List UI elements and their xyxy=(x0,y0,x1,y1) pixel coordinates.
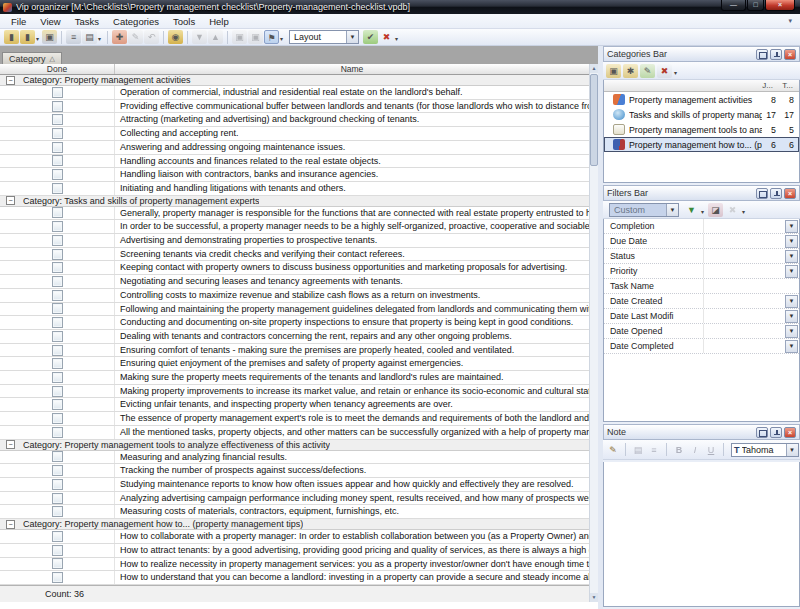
bold-button[interactable]: B xyxy=(672,443,686,457)
table-row[interactable]: Negotiating and securing leases and tena… xyxy=(0,275,589,289)
category-tree-item[interactable]: Tasks and skills of property management … xyxy=(604,107,799,122)
done-checkbox[interactable] xyxy=(52,290,63,301)
table-row[interactable]: How to realize necessity in property man… xyxy=(0,558,589,572)
panel-pin-button[interactable] xyxy=(770,427,782,438)
done-checkbox[interactable] xyxy=(52,399,63,410)
new-item-menu-icon[interactable]: ▮ xyxy=(20,30,35,44)
collapse-icon[interactable]: − xyxy=(6,196,15,205)
add-subcategory-icon[interactable]: ✱ xyxy=(623,64,638,78)
done-checkbox[interactable] xyxy=(52,276,63,287)
view-notes-icon[interactable]: ◉ xyxy=(168,30,183,44)
task-name-cell[interactable]: Making property improvements to increase… xyxy=(115,385,589,398)
task-name-cell[interactable]: Providing effective communicational buff… xyxy=(115,100,589,113)
task-name-cell[interactable]: Handling liaison with contractors, banks… xyxy=(115,168,589,181)
task-name-cell[interactable]: Keeping contact with property owners to … xyxy=(115,261,589,274)
delete-filter-icon[interactable]: ✖ xyxy=(725,203,740,217)
print-group-more-arrow[interactable]: ▾ xyxy=(98,33,103,45)
table-row[interactable]: Following and maintaining the property m… xyxy=(0,303,589,317)
filter-more-arrow[interactable]: ▾ xyxy=(701,206,706,218)
done-checkbox[interactable] xyxy=(52,345,63,356)
filter-dropdown-icon[interactable]: ▼ xyxy=(785,250,798,263)
scrollbar-thumb[interactable] xyxy=(590,74,598,166)
task-name-cell[interactable]: In order to be successful, a property ma… xyxy=(115,220,589,233)
indent-icon[interactable]: ▣ xyxy=(232,30,247,44)
panel-maximize-button[interactable] xyxy=(756,49,768,60)
table-row[interactable]: Analyzing advertising campaign performan… xyxy=(0,492,589,506)
task-name-cell[interactable]: Studying maintenance reports to know how… xyxy=(115,478,589,491)
add-category-icon[interactable]: ▣ xyxy=(606,64,621,78)
menu-item-file[interactable]: File xyxy=(4,15,33,28)
task-name-cell[interactable]: Attracting (marketing and advertising) a… xyxy=(115,113,589,126)
table-row[interactable]: Making sure the property meets requireme… xyxy=(0,371,589,385)
task-name-cell[interactable]: Evicting unfair tenants, and inspecting … xyxy=(115,398,589,411)
panel-close-button[interactable]: × xyxy=(784,188,796,199)
done-checkbox[interactable] xyxy=(52,451,63,462)
table-row[interactable]: Operation of commercial, industrial and … xyxy=(0,86,589,100)
table-row[interactable]: Keeping contact with property owners to … xyxy=(0,261,589,275)
task-name-cell[interactable]: Ensuring comfort of tenants - making sur… xyxy=(115,344,589,357)
done-checkbox[interactable] xyxy=(52,221,63,232)
done-checkbox[interactable] xyxy=(52,372,63,383)
table-row[interactable]: Measuring costs of materials, contractor… xyxy=(0,505,589,519)
menu-item-help[interactable]: Help xyxy=(202,15,236,28)
table-row[interactable]: Screening tenants via credit checks and … xyxy=(0,248,589,262)
done-checkbox[interactable] xyxy=(52,558,63,569)
done-checkbox[interactable] xyxy=(52,128,63,139)
table-row[interactable]: How to collaborate with a property manag… xyxy=(0,530,589,544)
task-name-cell[interactable]: Analyzing advertising campaign performan… xyxy=(115,492,589,505)
done-checkbox[interactable] xyxy=(52,235,63,246)
table-row[interactable]: Handling accounts and finances related t… xyxy=(0,155,589,169)
table-row[interactable]: Initiating and handling litigations with… xyxy=(0,182,589,196)
maximize-button[interactable]: □ xyxy=(747,0,764,11)
task-name-cell[interactable]: How to realize necessity in property man… xyxy=(115,558,589,571)
done-checkbox[interactable] xyxy=(52,303,63,314)
apply-layout-icon[interactable]: ✔ xyxy=(363,30,378,44)
task-name-cell[interactable]: Measuring costs of materials, contractor… xyxy=(115,505,589,518)
done-checkbox[interactable] xyxy=(52,545,63,556)
table-row[interactable]: Ensuring quiet enjoyment of the premises… xyxy=(0,357,589,371)
combo-dropdown-icon[interactable]: ▼ xyxy=(666,204,678,216)
done-checkbox[interactable] xyxy=(52,169,63,180)
table-row[interactable]: Answering and addressing ongoing mainten… xyxy=(0,141,589,155)
filter-dropdown-icon[interactable]: ▼ xyxy=(785,235,798,248)
clear-filter-icon[interactable]: ◪ xyxy=(708,203,723,217)
task-name-cell[interactable]: Advertising and demonstrating properties… xyxy=(115,234,589,247)
menu-item-categories[interactable]: Categories xyxy=(106,15,166,28)
table-row[interactable]: Ensuring comfort of tenants - making sur… xyxy=(0,344,589,358)
category-tree-item[interactable]: Property management tools to analyze eff… xyxy=(604,122,799,137)
collapse-icon[interactable]: − xyxy=(6,520,15,529)
category-tree-item[interactable]: Property management activities 8 8 xyxy=(604,92,799,107)
done-checkbox[interactable] xyxy=(52,207,63,218)
outdent-icon[interactable]: ▣ xyxy=(248,30,263,44)
table-row[interactable]: Measuring and analyzing financial result… xyxy=(0,451,589,465)
task-name-cell[interactable]: Measuring and analyzing financial result… xyxy=(115,451,589,464)
task-name-cell[interactable]: Ensuring quiet enjoyment of the premises… xyxy=(115,357,589,370)
tree-column-t[interactable]: T... xyxy=(782,80,793,92)
edit-note-icon[interactable]: ✎ xyxy=(606,443,620,457)
filter-value-cell[interactable] xyxy=(704,264,785,278)
layout-more-arrow[interactable]: ▾ xyxy=(395,33,400,45)
new-page-icon[interactable]: ▤ xyxy=(631,443,645,457)
filter-overflow-arrow[interactable]: ▾ xyxy=(742,206,747,218)
collapse-icon[interactable]: − xyxy=(6,76,15,85)
table-row[interactable]: Dealing with tenants and contractors con… xyxy=(0,330,589,344)
task-name-cell[interactable]: Operation of commercial, industrial and … xyxy=(115,86,589,99)
task-name-cell[interactable]: Negotiating and securing leases and tena… xyxy=(115,275,589,288)
task-name-cell[interactable]: Screening tenants via credit checks and … xyxy=(115,248,589,261)
filter-dropdown-icon[interactable]: ▼ xyxy=(785,220,798,233)
table-row[interactable]: Advertising and demonstrating properties… xyxy=(0,234,589,248)
task-name-cell[interactable]: How to understand that you can become a … xyxy=(115,571,589,584)
new-checklist-icon[interactable]: ▮ xyxy=(4,30,19,44)
category-tree-item[interactable]: Property management how to... (property … xyxy=(604,137,799,152)
minimize-button[interactable]: — xyxy=(721,0,746,11)
done-checkbox[interactable] xyxy=(52,155,63,166)
filter-dropdown-icon[interactable]: ▼ xyxy=(785,310,798,323)
table-row[interactable]: Generally, property manager is responsib… xyxy=(0,207,589,221)
combo-dropdown-icon[interactable]: ▼ xyxy=(346,31,358,43)
table-row[interactable]: All the mentioned tasks, property object… xyxy=(0,426,589,440)
combo-dropdown-icon[interactable]: ▼ xyxy=(786,444,798,456)
scroll-down-icon[interactable]: ▼ xyxy=(590,593,598,602)
table-row[interactable]: Studying maintenance reports to know how… xyxy=(0,478,589,492)
scroll-up-icon[interactable]: ▲ xyxy=(590,64,598,73)
done-checkbox[interactable] xyxy=(52,317,63,328)
